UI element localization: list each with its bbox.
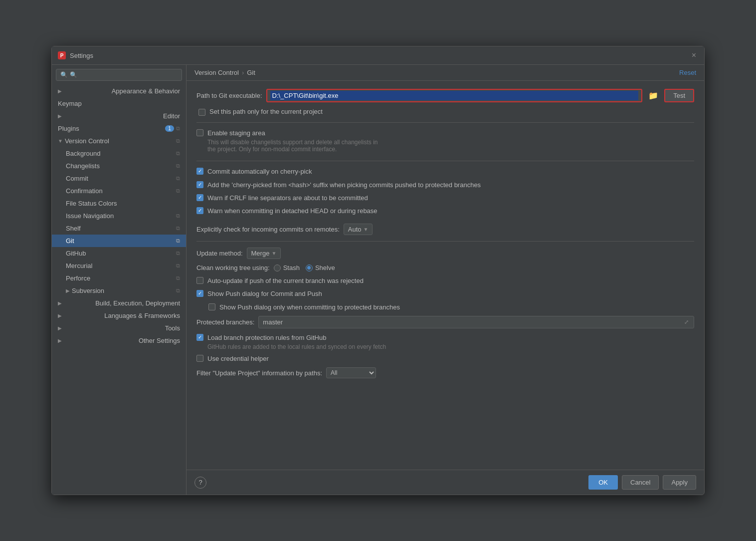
copy-icon: ⧉ [176, 213, 180, 219]
sidebar-item-perforce[interactable]: Perforce ⧉ [52, 272, 186, 284]
warn-detached-label: Warn when committing in detached HEAD or… [207, 207, 378, 216]
show-push-checkbox[interactable] [196, 290, 203, 297]
load-protection-content: Load branch protection rules from GitHub… [207, 333, 386, 350]
sidebar: 🔍 ▶ Appearance & Behavior Keymap ▶ Edito… [52, 65, 187, 495]
dialog-title: Settings [70, 52, 93, 59]
sidebar-item-tools[interactable]: ▶ Tools [52, 322, 186, 334]
path-input[interactable] [270, 91, 639, 100]
credential-checkbox[interactable] [196, 355, 203, 362]
show-push-row: Show Push dialog for Commit and Push [196, 289, 694, 298]
sidebar-label: GitHub [66, 250, 174, 257]
commit-cherry-row: Commit automatically on cherry-pick [196, 167, 694, 176]
stash-radio[interactable] [274, 265, 281, 271]
dialog-footer: ? OK Cancel Apply [187, 470, 704, 495]
dropdown-arrow-icon: ▼ [364, 227, 369, 232]
chevron-right-icon: ▶ [58, 88, 62, 94]
sidebar-item-background[interactable]: Background ⧉ [52, 147, 186, 160]
title-bar-left: P Settings [58, 51, 93, 59]
folder-button[interactable]: 📁 [646, 90, 660, 101]
close-button[interactable]: × [690, 50, 698, 60]
sidebar-item-changelists[interactable]: Changelists ⧉ [52, 160, 186, 172]
copy-icon: ⧉ [176, 163, 180, 169]
sidebar-item-languages[interactable]: ▶ Languages & Frameworks [52, 309, 186, 322]
sidebar-item-confirmation[interactable]: Confirmation ⧉ [52, 185, 186, 197]
warn-crlf-checkbox[interactable] [196, 194, 203, 201]
sidebar-item-appearance[interactable]: ▶ Appearance & Behavior [52, 85, 186, 97]
sidebar-item-version-control[interactable]: ▼ Version Control ⧉ [52, 135, 186, 147]
expand-button[interactable]: ⤢ [683, 319, 690, 325]
cancel-button[interactable]: Cancel [622, 475, 659, 490]
show-push-protected-checkbox[interactable] [208, 303, 215, 310]
copy-icon: ⧉ [176, 238, 180, 244]
clean-tree-radio-group: Stash Shelve [274, 264, 335, 271]
load-protection-checkbox[interactable] [196, 334, 203, 341]
main-content: Version Control › Git Reset Path to Git … [187, 65, 704, 495]
app-icon: P [58, 51, 66, 59]
protected-input-wrapper: ⤢ [258, 316, 694, 328]
cherry-suffix-checkbox[interactable] [196, 181, 203, 188]
enable-staging-checkbox[interactable] [196, 129, 203, 136]
clean-tree-label: Clean working tree using: [196, 264, 270, 271]
sidebar-item-mercurial[interactable]: Mercurial ⧉ [52, 260, 186, 272]
sidebar-item-subversion[interactable]: ▶ Subversion ⧉ [52, 284, 186, 297]
cherry-suffix-label: Add the 'cherry-picked from <hash>' suff… [207, 181, 481, 190]
ok-button[interactable]: OK [588, 475, 618, 490]
sidebar-item-build[interactable]: ▶ Build, Execution, Deployment [52, 297, 186, 309]
protected-branches-input[interactable] [263, 318, 683, 326]
warn-detached-checkbox[interactable] [196, 207, 203, 214]
sidebar-item-issue-navigation[interactable]: Issue Navigation ⧉ [52, 210, 186, 222]
show-push-protected-row: Show Push dialog only when committing to… [196, 303, 694, 312]
sidebar-item-editor[interactable]: ▶ Editor [52, 110, 186, 122]
search-input[interactable] [70, 71, 178, 78]
chevron-right-icon: ▶ [58, 338, 62, 343]
breadcrumb-separator: › [242, 69, 244, 76]
cherry-suffix-row: Add the 'cherry-picked from <hash>' suff… [196, 181, 694, 190]
sidebar-item-shelf[interactable]: Shelf ⧉ [52, 222, 186, 235]
test-button[interactable]: Test [664, 89, 694, 102]
sidebar-item-file-status-colors[interactable]: File Status Colors [52, 197, 186, 210]
auto-update-checkbox[interactable] [196, 277, 203, 284]
sidebar-label: Other Settings [139, 337, 180, 344]
shelve-radio[interactable] [306, 265, 313, 271]
search-icon: 🔍 [60, 71, 68, 78]
set-path-row: Set this path only for the current proje… [196, 107, 694, 116]
filter-update-select[interactable]: All Affected only [326, 367, 376, 378]
show-push-protected-label: Show Push dialog only when committing to… [219, 303, 400, 312]
update-method-row: Update method: Merge ▼ [196, 248, 694, 259]
sidebar-label: Languages & Frameworks [104, 312, 180, 319]
sidebar-item-commit[interactable]: Commit ⧉ [52, 172, 186, 185]
chevron-down-icon: ▼ [58, 138, 63, 144]
copy-icon: ⧉ [176, 150, 180, 157]
radio-shelve[interactable]: Shelve [306, 264, 335, 271]
commit-cherry-label: Commit automatically on cherry-pick [207, 167, 312, 176]
set-path-checkbox[interactable] [198, 109, 205, 116]
apply-button[interactable]: Apply [663, 475, 696, 490]
sidebar-label: Background [66, 150, 174, 157]
enable-staging-content: Enable staging area This will disable ch… [207, 129, 378, 153]
radio-stash[interactable]: Stash [274, 264, 300, 271]
sidebar-label: Editor [163, 112, 180, 120]
sidebar-item-plugins[interactable]: Plugins 1 ⧉ [52, 122, 186, 135]
help-button[interactable]: ? [194, 477, 206, 489]
breadcrumb-bar: Version Control › Git Reset [187, 65, 704, 81]
sidebar-item-other-settings[interactable]: ▶ Other Settings [52, 334, 186, 347]
credential-row: Use credential helper [196, 354, 694, 363]
update-method-value: Merge [251, 250, 270, 257]
content-area: Path to Git executable: 📁 Test Set this … [187, 81, 704, 470]
sidebar-item-git[interactable]: Git ⧉ [52, 235, 186, 247]
sidebar-label: Build, Execution, Deployment [95, 299, 180, 307]
update-method-dropdown[interactable]: Merge ▼ [247, 248, 281, 259]
filter-update-row: Filter "Update Project" information by p… [196, 367, 694, 378]
enable-staging-sub: This will disable changelists support an… [207, 139, 378, 153]
sidebar-item-keymap[interactable]: Keymap [52, 97, 186, 110]
sidebar-label: Changelists [66, 162, 174, 170]
copy-icon: ⧉ [176, 225, 180, 232]
search-box[interactable]: 🔍 [56, 69, 182, 81]
show-push-label: Show Push dialog for Commit and Push [207, 289, 322, 298]
breadcrumb-parent: Version Control [194, 69, 239, 76]
commit-cherry-checkbox[interactable] [196, 168, 203, 175]
breadcrumb-current: Git [247, 69, 255, 76]
sidebar-item-github[interactable]: GitHub ⧉ [52, 247, 186, 260]
reset-link[interactable]: Reset [679, 69, 696, 76]
check-incoming-dropdown[interactable]: Auto ▼ [344, 224, 373, 235]
